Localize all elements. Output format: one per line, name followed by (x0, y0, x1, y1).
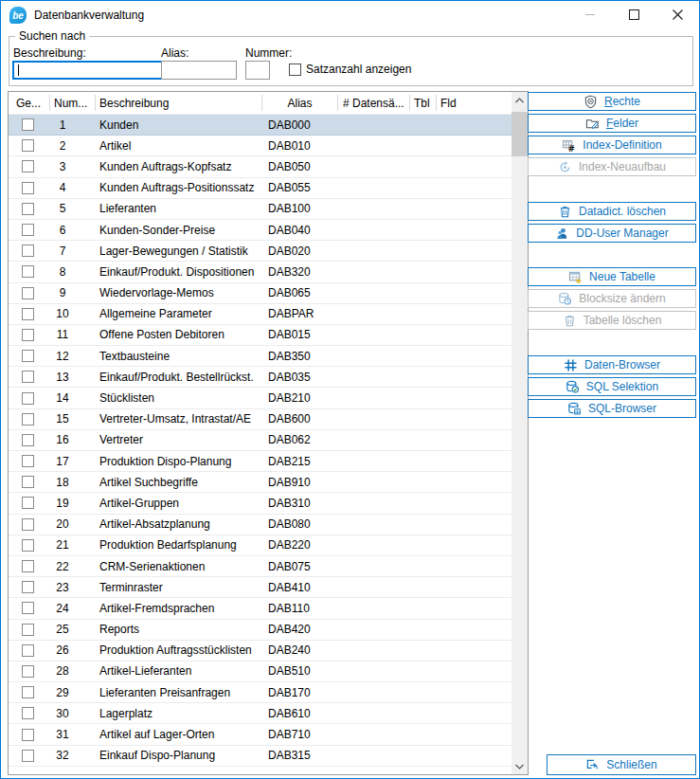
nummer-input[interactable] (245, 61, 270, 80)
table-row[interactable]: 9Wiedervorlage-MemosDAB065 (9, 283, 512, 304)
dd-user-manager-button[interactable]: DD-User Manager (528, 224, 696, 243)
schliessen-button[interactable]: Schließen (547, 754, 696, 775)
row-checkbox[interactable] (22, 476, 34, 488)
table-row[interactable]: 26Produktion AuftragsstücklistenDAB240 (9, 641, 512, 661)
table-row[interactable]: 13Einkauf/Produkt. Bestellrückst.DAB035 (9, 367, 512, 388)
rechte-button[interactable]: Rechte (528, 92, 696, 111)
table-row[interactable]: 12TextbausteineDAB350 (9, 346, 512, 367)
row-checkbox[interactable] (22, 602, 34, 614)
row-beschreibung: Lager-Bewegungen / Statistik (96, 245, 262, 258)
row-checkbox[interactable] (22, 350, 34, 362)
scrollbar-thumb[interactable] (512, 112, 528, 156)
table-row[interactable]: 31Artikel auf Lager-OrtenDAB710 (9, 724, 512, 745)
row-checkbox[interactable] (22, 182, 34, 194)
daten-browser-button[interactable]: Daten-Browser (528, 355, 696, 374)
row-checkbox[interactable] (22, 707, 34, 719)
tables-list: Ge... Num... Beschreibung Alias # Datens… (8, 91, 529, 775)
column-header-gewaehlt[interactable]: Ge... (9, 95, 50, 111)
row-checkbox[interactable] (22, 560, 34, 572)
row-checkbox[interactable] (22, 371, 34, 383)
alias-input[interactable] (161, 61, 237, 80)
table-row[interactable]: 20Artikel-AbsatzplanungDAB080 (9, 515, 512, 535)
table-row[interactable]: 18Artikel SuchbegriffeDAB910 (9, 472, 512, 493)
table-row[interactable]: 28Artikel-LieferantenDAB510 (9, 661, 512, 682)
maximize-button[interactable] (612, 1, 655, 28)
beschreibung-input[interactable] (12, 61, 163, 80)
column-header-nummer[interactable]: Num... (50, 95, 96, 111)
row-checkbox[interactable] (22, 497, 34, 509)
row-checkbox[interactable] (22, 118, 34, 131)
table-row[interactable]: 8Einkauf/Produkt. DispositionenDAB320 (9, 262, 512, 282)
table-row[interactable]: 1KundenDAB000 (9, 115, 512, 136)
table-row[interactable]: 16VertreterDAB062 (9, 430, 512, 451)
table-row[interactable]: 3Kunden Auftrags-KopfsatzDAB050 (9, 156, 512, 177)
table-row[interactable]: 29Lieferanten PreisanfragenDAB170 (9, 682, 512, 703)
row-alias: DAB080 (262, 517, 338, 531)
row-checkbox[interactable] (22, 518, 34, 531)
table-row[interactable]: 17Produktion Dispo-PlanungDAB215 (9, 451, 512, 472)
table-row[interactable]: 15Vertreter-Umsatz, Intrastat/AEDAB600 (9, 409, 512, 430)
row-checkbox[interactable] (22, 644, 34, 657)
table-row[interactable]: 7Lager-Bewegungen / StatistikDAB020 (9, 241, 512, 262)
column-header-fld[interactable]: Fld (437, 95, 465, 111)
column-header-datensaetze[interactable]: # Datensä... (338, 95, 410, 111)
table-row[interactable]: 21Produktion BedarfsplanungDAB220 (9, 535, 512, 556)
neue-tabelle-button[interactable]: Neue Tabelle (528, 267, 696, 286)
table-row[interactable]: 5LieferantenDAB100 (9, 199, 512, 220)
row-checkbox[interactable] (22, 686, 34, 698)
row-checkbox[interactable] (22, 624, 34, 636)
row-checkbox[interactable] (22, 750, 34, 762)
row-checkbox[interactable] (22, 392, 34, 405)
row-checkbox-cell (9, 497, 50, 509)
column-header-tbl[interactable]: Tbl (410, 95, 437, 111)
row-checkbox[interactable] (22, 265, 34, 278)
row-alias: DAB020 (262, 245, 338, 258)
row-number: 26 (50, 643, 96, 657)
row-checkbox[interactable] (22, 581, 34, 593)
index-definition-button[interactable]: #Index-Definition (528, 136, 696, 154)
table-row[interactable]: 14StücklistenDAB210 (9, 388, 512, 408)
table-row[interactable]: 6Kunden-Sonder-PreiseDAB040 (9, 220, 512, 241)
row-alias: DAB210 (262, 391, 338, 405)
text-caret (18, 64, 19, 76)
column-header-alias[interactable]: Alias (262, 95, 338, 111)
row-checkbox[interactable] (22, 665, 34, 678)
row-checkbox[interactable] (22, 139, 34, 152)
column-header-beschreibung[interactable]: Beschreibung (96, 95, 262, 111)
row-checkbox[interactable] (22, 245, 34, 257)
row-checkbox[interactable] (22, 413, 34, 426)
table-row[interactable]: 4Kunden Auftrags-PositionssatzDAB055 (9, 178, 512, 199)
row-checkbox[interactable] (22, 455, 34, 467)
sql-selektion-button[interactable]: SQL Selektion (528, 377, 696, 396)
table-row[interactable]: 19Artikel-GruppenDAB310 (9, 493, 512, 514)
felder-button[interactable]: Felder (528, 114, 696, 133)
vertical-scrollbar[interactable] (512, 92, 528, 774)
row-checkbox[interactable] (22, 329, 34, 341)
close-button[interactable] (655, 1, 699, 28)
row-checkbox[interactable] (22, 539, 34, 552)
table-row[interactable]: 32Einkauf Dispo-PlanungDAB315 (9, 746, 512, 767)
table-row[interactable]: 10Allgemeine ParameterDABPAR (9, 304, 512, 325)
satzanzahl-checkbox[interactable] (289, 63, 301, 76)
sql-browser-button[interactable]: SQL-Browser (528, 399, 696, 418)
row-checkbox-cell (9, 602, 50, 614)
table-row[interactable]: 11Offene Posten DebitorenDAB015 (9, 325, 512, 346)
scroll-up-button[interactable] (512, 92, 528, 108)
titlebar[interactable]: be Datenbankverwaltung (1, 1, 699, 29)
table-row[interactable]: 23TerminrasterDAB410 (9, 577, 512, 598)
table-row[interactable]: 2ArtikelDAB010 (9, 136, 512, 156)
scroll-down-button[interactable] (512, 758, 528, 774)
row-checkbox[interactable] (22, 729, 34, 741)
table-row[interactable]: 25ReportsDAB420 (9, 620, 512, 641)
row-checkbox[interactable] (22, 160, 34, 172)
row-checkbox[interactable] (22, 287, 34, 299)
row-checkbox[interactable] (22, 224, 34, 236)
row-checkbox[interactable] (22, 203, 34, 215)
row-checkbox[interactable] (22, 308, 34, 320)
row-checkbox[interactable] (22, 434, 34, 446)
table-row[interactable]: 30LagerplatzDAB610 (9, 703, 512, 724)
table-row[interactable]: 22CRM-SerienaktionenDAB075 (9, 556, 512, 577)
datadict-loeschen-button[interactable]: Datadict. löschen (528, 202, 696, 221)
row-alias: DAB100 (262, 202, 338, 215)
table-row[interactable]: 24Artikel-FremdsprachenDAB110 (9, 598, 512, 619)
